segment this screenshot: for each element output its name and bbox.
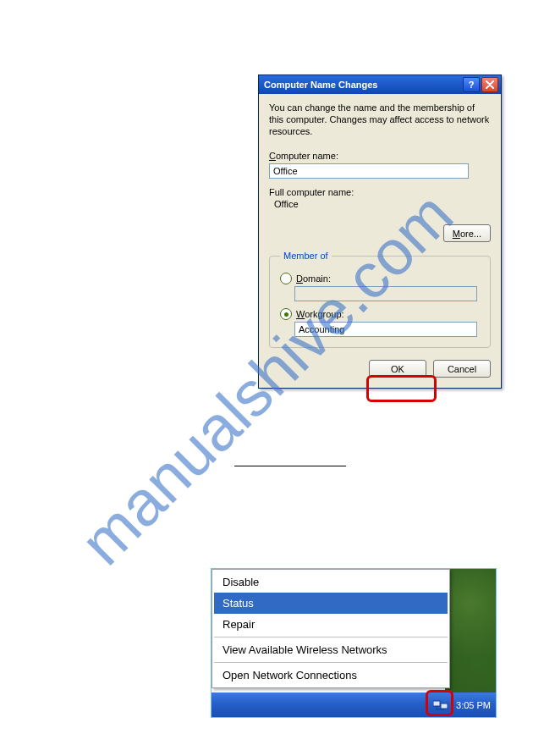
desktop-background [445,569,496,693]
menu-item-repair[interactable]: Repair [214,614,448,635]
menu-separator [214,637,448,637]
ok-button[interactable]: OK [369,360,426,378]
computer-name-input[interactable] [269,163,469,179]
menu-item-open-connections[interactable]: Open Network Connections [214,665,448,686]
member-of-legend: Member of [280,251,332,261]
network-tray-icon[interactable] [432,697,449,714]
help-button[interactable]: ? [463,77,480,92]
domain-label: Domain: [296,273,331,284]
dialog-titlebar: Computer Name Changes ? [259,75,501,94]
dialog-title: Computer Name Changes [264,80,461,90]
computer-name-label: Computer name: [269,151,491,161]
network-context-menu: Disable Status Repair View Available Wir… [212,569,450,688]
workgroup-input[interactable] [294,322,477,337]
menu-separator [214,662,448,663]
full-computer-name-value: Office [269,199,491,209]
svg-rect-1 [441,704,448,709]
taskbar: 3:05 PM [212,693,496,717]
computer-name-changes-dialog: Computer Name Changes ? You can change t… [258,74,502,389]
more-button[interactable]: More... [443,224,491,242]
menu-item-disable[interactable]: Disable [214,571,448,593]
figure-separator [234,466,346,466]
cancel-button[interactable]: Cancel [433,360,491,378]
taskbar-clock: 3:05 PM [456,700,491,710]
domain-radio-row[interactable]: Domain: [280,273,480,284]
menu-item-view-networks[interactable]: View Available Wireless Networks [214,639,448,660]
workgroup-radio[interactable] [280,308,292,320]
svg-rect-0 [433,701,440,706]
member-of-group: Member of Domain: Workgroup: [269,251,491,348]
close-icon [486,80,494,89]
dialog-description: You can change the name and the membersh… [269,102,491,137]
systray-area: Disable Status Repair View Available Wir… [211,568,497,718]
workgroup-label: Workgroup: [296,309,344,319]
full-computer-name-label: Full computer name: [269,187,491,197]
domain-radio[interactable] [280,273,292,284]
workgroup-radio-row[interactable]: Workgroup: [280,308,480,320]
close-button[interactable] [481,77,498,92]
menu-item-status[interactable]: Status [214,593,448,614]
domain-input [294,286,477,301]
highlight-ok [366,375,437,402]
